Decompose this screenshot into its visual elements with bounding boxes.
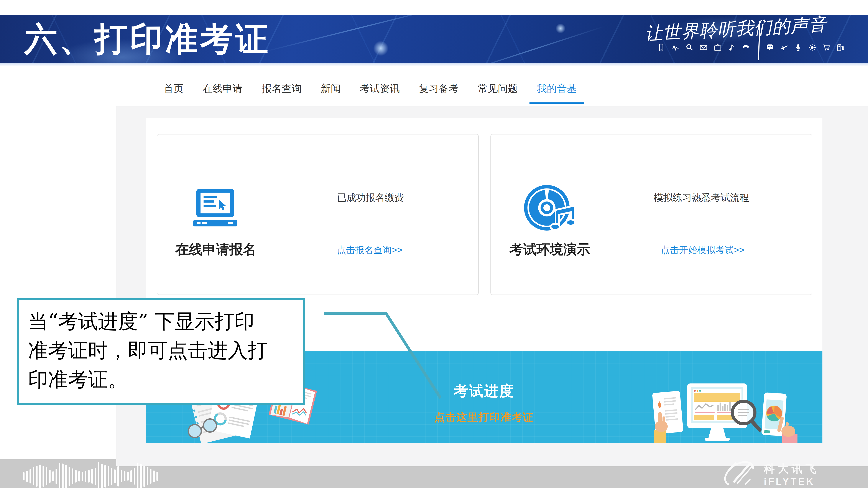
iflytek-slogan-block: 让世界聆听我们的声音: [638, 15, 857, 63]
waveform-bar: [98, 462, 99, 488]
nav-item-news[interactable]: 新闻: [321, 82, 341, 95]
iflytek-logo: 科大讯飞 iFLYTEK: [721, 461, 834, 487]
nav-item-apply[interactable]: 在线申请: [203, 82, 243, 95]
banner-streak: [263, 15, 453, 53]
waveform-bar: [23, 472, 25, 480]
iflytek-logo-en: iFLYTEK: [764, 476, 819, 487]
tv-icon: [713, 43, 722, 52]
waveform-bar: [78, 471, 80, 482]
page-title: 六、打印准考证: [24, 15, 270, 63]
card-title: 考试环境演示: [491, 240, 609, 259]
waveform-bar: [147, 467, 148, 485]
waveform-bar: [124, 471, 125, 481]
waveform-bar: [33, 467, 34, 485]
nav-item-home[interactable]: 首页: [164, 82, 184, 95]
waveform-bar: [101, 464, 103, 488]
mock-exam-link[interactable]: 点击开始模拟考试>>: [661, 244, 744, 256]
devices-illustration: [650, 380, 798, 443]
banner-icon-row: [657, 43, 844, 52]
iflytek-logo-mark: [721, 461, 760, 487]
waveform-bar: [59, 463, 60, 488]
music-note-icon: [727, 43, 736, 52]
waveform-bar: [88, 470, 90, 483]
waveform-bar: [121, 470, 122, 482]
callout-line: 当“考试进度” 下显示打印: [28, 307, 293, 336]
waveform-bar: [91, 469, 93, 484]
waveform-bar: [56, 469, 57, 484]
waveform-bar: [75, 470, 76, 483]
banner-bottom-shadow: [0, 63, 868, 66]
waveform-bar: [26, 470, 28, 482]
banner-streak: [459, 26, 604, 63]
waveform-bar: [72, 468, 73, 484]
waveform-bar: [82, 472, 83, 481]
smartphone-icon: [657, 43, 665, 52]
fuel-icon: [836, 43, 844, 52]
waveform-bar: [150, 469, 152, 484]
nav-item-exam-info[interactable]: 考试资讯: [360, 82, 400, 95]
nav-item-faq[interactable]: 常见问题: [478, 82, 518, 95]
sun-icon: [808, 43, 816, 52]
pulse-icon: [671, 43, 679, 52]
waveform-bar: [95, 468, 96, 485]
annotation-callout: 当“考试进度” 下显示打印 准考证时，即可点击进入打 印准考证。: [17, 298, 305, 405]
cart-icon: [822, 43, 831, 52]
waveform-bar: [144, 466, 145, 487]
waveform-bar: [107, 466, 109, 486]
card-status-text: 模拟练习熟悉考试流程: [654, 191, 749, 204]
waveform-bar: [30, 469, 31, 483]
plane-icon: [780, 43, 788, 52]
waveform-bar: [114, 469, 116, 483]
waveform-bar: [85, 471, 86, 482]
waveform-bar: [104, 465, 106, 488]
chat-icon: [766, 43, 774, 52]
cd-music-icon: [523, 184, 577, 239]
waveform-bar: [39, 464, 41, 488]
site-navbar: 首页 在线申请 报名查询 新闻 考试资讯 复习备考 常见问题 我的音基: [116, 72, 868, 106]
waveform-bar: [140, 464, 142, 488]
waveform: [23, 461, 175, 488]
waveform-bar: [42, 466, 44, 487]
laptop-icon: [191, 189, 239, 229]
slide-header-banner: 六、打印准考证 让世界聆听我们的声音: [0, 15, 868, 63]
mail-icon: [700, 43, 708, 52]
waveform-bar: [156, 472, 158, 481]
iflytek-slogan: 让世界聆听我们的声音: [644, 15, 853, 46]
card-status-text: 已成功报名缴费: [337, 191, 404, 204]
phone-icon: [742, 43, 750, 52]
waveform-bar: [69, 467, 70, 486]
waveform-bar: [62, 463, 64, 488]
nav-item-review[interactable]: 复习备考: [419, 82, 459, 95]
iflytek-logo-cn: 科大讯飞: [764, 461, 819, 476]
waveform-bar: [130, 470, 132, 482]
waveform-bar: [36, 466, 37, 487]
callout-connector-line: [312, 309, 452, 404]
callout-line: 准考证时，即可点击进入打: [28, 336, 293, 365]
waveform-bar: [49, 470, 51, 483]
microphone-icon: [794, 43, 802, 52]
waveform-bar: [52, 471, 54, 481]
waveform-bar: [153, 470, 155, 482]
waveform-bar: [65, 464, 67, 488]
waveform-bar: [127, 472, 129, 481]
callout-line: 印准考证。: [28, 365, 293, 394]
banner-glow-dot: [373, 41, 389, 56]
slide: 六、打印准考证 让世界聆听我们的声音 首页 在线: [0, 0, 868, 488]
nav-item-my-yinji[interactable]: 我的音基: [537, 82, 577, 95]
waveform-bar: [137, 463, 138, 488]
nav-item-registration-query[interactable]: 报名查询: [262, 82, 302, 95]
waveform-bar: [46, 467, 47, 485]
waveform-bar: [134, 468, 135, 485]
card-exam-demo: 考试环境演示 模拟练习熟悉考试流程 点击开始模拟考试>>: [490, 134, 812, 295]
waveform-bar: [111, 468, 113, 485]
card-online-apply: 在线申请报名 已成功报名缴费 点击报名查询>>: [157, 134, 479, 295]
registration-query-link[interactable]: 点击报名查询>>: [337, 244, 402, 256]
card-title: 在线申请报名: [157, 240, 275, 259]
waveform-bar: [117, 466, 119, 486]
banner-glow-dot: [556, 24, 565, 33]
search-icon: [685, 43, 693, 52]
